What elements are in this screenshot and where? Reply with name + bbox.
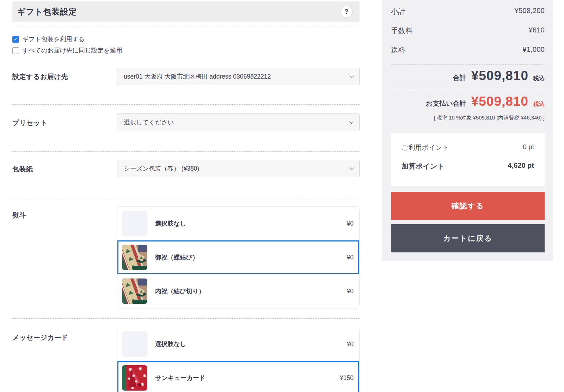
tax-detail-note: [ 税率 10 %対象 ¥509,810 (内消費税 ¥46,346) ] [434,115,545,121]
noshi-option-uchiiwai[interactable]: 内祝（結び切り） ¥0 [117,274,359,308]
option-name: サンキューカード [155,374,205,382]
noshi-photo-thumbnail [122,278,147,304]
payment-tax-note: 税込 [533,100,545,108]
subtotal-label: 小計 [391,6,405,16]
use-points-row: ご利用ポイント 0 pt [401,143,534,152]
chevron-down-icon [349,166,354,170]
option-price: ¥0 [347,341,354,348]
shipping-row: 送料 ¥1,000 [391,45,545,55]
no-image-placeholder [122,211,147,236]
use-points-label: ご利用ポイント [401,143,449,152]
noshi-option-none[interactable]: 選択肢なし ¥0 [117,207,359,240]
help-button[interactable]: ? [341,6,352,18]
divider [12,26,360,26]
page-title: ギフト包装設定 [17,6,77,17]
payment-total-label: お支払い合計 [426,99,466,108]
total-row: 合計 ¥509,810 税込 [453,68,545,83]
chevron-down-icon [349,74,354,78]
back-to-cart-button[interactable]: カートに戻る [391,224,545,252]
earn-points-label: 加算ポイント [401,161,445,171]
destination-select[interactable]: user01 大阪府 大阪市北区梅田 address 03069822212 [117,68,360,85]
destination-label: 設定するお届け先 [12,72,68,81]
checkbox-unchecked-icon[interactable] [12,47,19,54]
option-name: 選択肢なし [155,219,186,228]
apply-all-destinations-checkbox-row[interactable]: すべてのお届け先に同じ設定を適用 [12,46,122,55]
use-points-value: 0 pt [523,143,534,152]
option-name: 御祝（蝶結び） [155,253,198,262]
divider [12,318,360,319]
wrapping-paper-label: 包装紙 [12,165,33,174]
option-price: ¥150 [340,374,354,382]
wrapping-paper-select[interactable]: シーズン包装（春） (¥380) [117,160,360,177]
fee-label: 手数料 [391,26,413,36]
fee-row: 手数料 ¥610 [391,26,545,36]
subtotal-value: ¥508,200 [514,6,545,16]
payment-total-value: ¥509,810 [471,94,528,109]
preset-select[interactable]: 選択してください [117,114,360,131]
back-to-cart-button-label: カートに戻る [443,233,492,243]
gift-wrap-panel-header: ギフト包装設定 ? [12,1,360,22]
shipping-label: 送料 [391,45,405,55]
wrapping-paper-select-value: シーズン包装（春） (¥380) [124,164,199,173]
option-price: ¥0 [347,220,354,227]
noshi-label: 熨斗 [12,211,26,220]
total-tax-note: 税込 [533,75,545,82]
noshi-option-oiwai[interactable]: 御祝（蝶結び） ¥0 [117,240,359,274]
checkbox-label: ギフト包装を利用する [22,35,85,43]
message-card-option-thankyou[interactable]: サンキューカード ¥150 [117,361,359,392]
option-name: 選択肢なし [155,340,186,348]
use-gift-wrap-checkbox-row[interactable]: ✓ ギフト包装を利用する [12,35,85,43]
chevron-down-icon [349,120,354,124]
preset-label: プリセット [12,118,48,128]
no-image-placeholder [122,331,147,357]
order-summary-panel: 小計 ¥508,200 手数料 ¥610 送料 ¥1,000 合計 ¥509,8… [382,0,553,261]
payment-total-row: お支払い合計 ¥509,810 税込 [426,94,545,109]
earn-points-row: 加算ポイント 4,620 pt [401,161,534,171]
noshi-photo-thumbnail [122,245,147,270]
message-card-option-none[interactable]: 選択肢なし ¥0 [117,327,359,361]
option-price: ¥0 [347,254,354,261]
divider [12,198,360,198]
question-mark-icon: ? [345,8,349,16]
checkbox-label: すべてのお届け先に同じ設定を適用 [22,46,122,55]
total-label: 合計 [453,73,466,82]
earn-points-value: 4,620 pt [508,161,534,171]
divider [12,151,360,152]
destination-select-value: user01 大阪府 大阪市北区梅田 address 03069822212 [124,72,271,81]
divider [391,90,545,90]
noshi-option-group: 選択肢なし ¥0 [117,206,360,308]
points-card: ご利用ポイント 0 pt 加算ポイント 4,620 pt [391,133,545,186]
confirm-button[interactable]: 確認する [391,192,545,220]
checkbox-checked-icon[interactable]: ✓ [12,36,19,43]
total-value: ¥509,810 [471,68,528,83]
preset-select-value: 選択してください [124,118,174,127]
subtotal-row: 小計 ¥508,200 [391,6,545,16]
message-card-label: メッセージカード [12,333,68,342]
fee-value: ¥610 [528,26,545,36]
option-name: 内祝（結び切り） [155,287,205,295]
divider [391,64,545,65]
option-price: ¥0 [347,288,354,295]
shipping-value: ¥1,000 [522,45,545,55]
divider [12,104,360,105]
thank-you-card-photo-thumbnail [122,365,147,391]
message-card-option-group: 選択肢なし ¥0 [117,327,360,392]
confirm-button-label: 確認する [452,201,484,211]
